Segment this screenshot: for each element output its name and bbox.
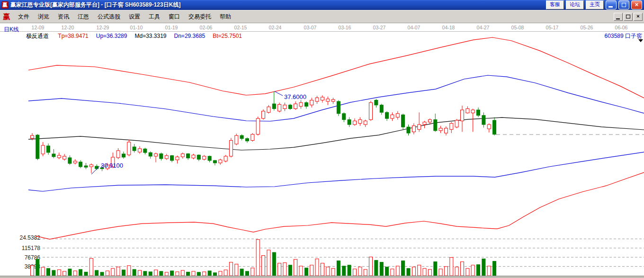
candle-down	[493, 120, 496, 135]
volume-bar	[337, 261, 340, 276]
volume-bar	[423, 269, 426, 276]
titlebar-button-主页[interactable]: 主页	[586, 0, 604, 9]
candle-up	[444, 128, 447, 133]
volume-bar	[63, 271, 66, 276]
title-bar: 赢 赢家江恩专业版[赢家内部服务平台] - [口子窖 SH603589-123日…	[0, 0, 644, 10]
close-button[interactable]: ×	[631, 0, 642, 9]
volume-bar	[224, 270, 227, 276]
volume-bar	[278, 263, 281, 276]
volume-bar	[353, 269, 357, 276]
volume-bar	[450, 258, 453, 276]
candle-up	[428, 120, 431, 122]
child-restore-button[interactable]	[624, 13, 633, 21]
candle-down	[477, 110, 480, 116]
date-label: 05-26	[581, 25, 593, 30]
candle-up	[423, 122, 426, 125]
volume-bar	[57, 269, 61, 276]
volume-bar	[143, 271, 147, 276]
child-window-controls: ×	[614, 13, 644, 21]
candle-down	[385, 112, 389, 118]
volume-bar	[461, 262, 464, 276]
candle-up	[353, 121, 357, 125]
volume-bar	[160, 271, 163, 276]
volume-bar	[262, 256, 265, 276]
menu-item-窗口[interactable]: 窗口	[164, 11, 184, 22]
candle-down	[122, 154, 125, 157]
menu-items: 文件浏览资讯江恩公式选股设置工具窗口交易委托帮助	[14, 11, 235, 22]
candle-up	[138, 149, 142, 152]
menu-item-文件[interactable]: 文件	[14, 11, 34, 22]
volume-bar	[375, 260, 378, 276]
indicator-field: Bt=25.7501	[213, 33, 242, 39]
menu-item-交易委托[interactable]: 交易委托	[184, 11, 215, 22]
volume-bar	[402, 261, 405, 276]
candle-up	[224, 156, 227, 161]
menu-item-帮助[interactable]: 帮助	[215, 11, 235, 22]
volume-bar	[256, 240, 259, 276]
volume-bar	[391, 269, 394, 276]
candle-down	[304, 103, 308, 107]
candle-up	[251, 135, 254, 141]
menu-item-设置[interactable]: 设置	[125, 11, 144, 22]
titlebar-button-客服[interactable]: 客服	[546, 0, 564, 9]
candle-down	[380, 105, 383, 112]
child-close-button[interactable]: ×	[634, 13, 643, 21]
indicator-field: Tp=38.9471	[58, 33, 88, 39]
candle-down	[95, 166, 98, 169]
candle-down	[434, 120, 437, 131]
volume-bar	[41, 267, 45, 276]
candle-up	[203, 156, 206, 159]
candle-down	[170, 156, 174, 161]
volume-bar	[165, 272, 168, 276]
candle-down	[402, 115, 405, 127]
candle-up	[450, 123, 453, 129]
candle-up	[283, 105, 286, 109]
titlebar-button-论坛[interactable]: 论坛	[566, 0, 584, 9]
titlebar-controls: 客服论坛主页 ×	[546, 0, 644, 9]
volume-bar	[444, 267, 447, 276]
candle-down	[133, 147, 136, 151]
volume-bar	[380, 262, 383, 276]
indicator-field: Up=36.3289	[96, 33, 127, 39]
candle-up	[262, 111, 265, 118]
volume-bar	[299, 266, 303, 276]
candle-down	[187, 154, 190, 158]
volume-bar	[106, 271, 109, 276]
volume-bar	[315, 259, 319, 276]
stock-label[interactable]: 603589 口子窖	[605, 32, 642, 40]
candle-up	[396, 114, 399, 117]
application-window: { "window": { "icon": "赢", "title": "赢家江…	[0, 0, 644, 278]
candle-down	[143, 149, 147, 152]
child-minimize-button[interactable]	[614, 13, 623, 21]
candle-up	[439, 128, 442, 131]
candle-up	[310, 100, 313, 105]
volume-bar	[412, 267, 415, 276]
menu-item-江恩[interactable]: 江恩	[73, 11, 93, 22]
menu-item-资讯[interactable]: 资讯	[54, 11, 73, 22]
candle-up	[278, 105, 281, 111]
menu-item-公式选股[interactable]: 公式选股	[93, 11, 125, 22]
menu-item-工具[interactable]: 工具	[144, 11, 164, 22]
minimize-icon	[608, 6, 613, 8]
date-label: 03-07	[304, 25, 317, 30]
volume-bar	[116, 267, 120, 276]
channel-line-Dn	[28, 152, 644, 191]
restore-button[interactable]	[618, 0, 629, 9]
period-label[interactable]: 日K线	[4, 26, 19, 34]
candle-up	[127, 142, 131, 155]
volume-bar	[52, 270, 55, 276]
volume-bar	[149, 272, 152, 276]
channel-line-Up	[28, 75, 644, 121]
candle-up	[181, 154, 184, 157]
candle-up	[229, 140, 233, 156]
kline-chart[interactable]: 12-0912-2012-2901-1001-1902-0602-1502-24…	[0, 0, 644, 278]
volume-bar	[100, 272, 104, 276]
minimize-button[interactable]	[606, 0, 617, 9]
date-label: 02-06	[200, 25, 213, 30]
volume-bar	[95, 270, 98, 276]
volume-bar	[187, 272, 190, 276]
candle-down	[240, 135, 243, 138]
candle-down	[348, 120, 351, 125]
menu-item-浏览[interactable]: 浏览	[34, 11, 54, 22]
volume-bar	[192, 271, 195, 276]
